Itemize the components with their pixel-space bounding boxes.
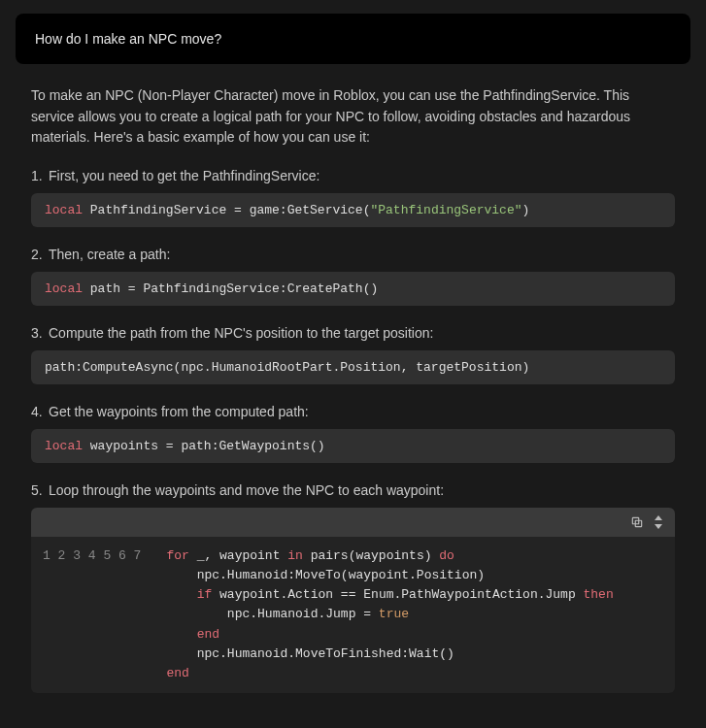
expand-icon[interactable]: [654, 515, 663, 529]
copy-icon[interactable]: [630, 515, 644, 529]
svg-marker-3: [655, 524, 662, 529]
step-item: Get the waypoints from the computed path…: [49, 404, 675, 463]
svg-marker-2: [655, 515, 662, 520]
question-card: How do I make an NPC move?: [16, 14, 690, 64]
step-item: First, you need to get the PathfindingSe…: [49, 168, 675, 227]
code-lines: for _, waypoint in pairs(waypoints) do n…: [152, 537, 617, 693]
code-block[interactable]: local PathfindingService = game:GetServi…: [31, 193, 675, 227]
answer-intro: To make an NPC (Non-Player Character) mo…: [31, 85, 675, 149]
code-toolbar: [31, 508, 675, 537]
question-text: How do I make an NPC move?: [35, 31, 671, 47]
step-text: Then, create a path:: [49, 247, 675, 262]
code-block-multiline: 1 2 3 4 5 6 7for _, waypoint in pairs(wa…: [31, 508, 675, 693]
step-item: Compute the path from the NPC's position…: [49, 325, 675, 384]
code-block[interactable]: local waypoints = path:GetWaypoints(): [31, 429, 675, 463]
code-body[interactable]: 1 2 3 4 5 6 7for _, waypoint in pairs(wa…: [31, 537, 675, 693]
answer-body: To make an NPC (Non-Player Character) mo…: [0, 64, 706, 693]
code-block[interactable]: path:ComputeAsync(npc.HumanoidRootPart.P…: [31, 350, 675, 384]
step-text: Loop through the waypoints and move the …: [49, 482, 675, 498]
steps-list: First, you need to get the PathfindingSe…: [31, 168, 675, 693]
step-item: Then, create a path:local path = Pathfin…: [49, 247, 675, 306]
code-block[interactable]: local path = PathfindingService:CreatePa…: [31, 272, 675, 306]
line-gutter: 1 2 3 4 5 6 7: [31, 537, 152, 693]
step-text: Get the waypoints from the computed path…: [49, 404, 675, 419]
step-text: Compute the path from the NPC's position…: [49, 325, 675, 341]
step-item: Loop through the waypoints and move the …: [49, 482, 675, 693]
step-text: First, you need to get the PathfindingSe…: [49, 168, 675, 183]
